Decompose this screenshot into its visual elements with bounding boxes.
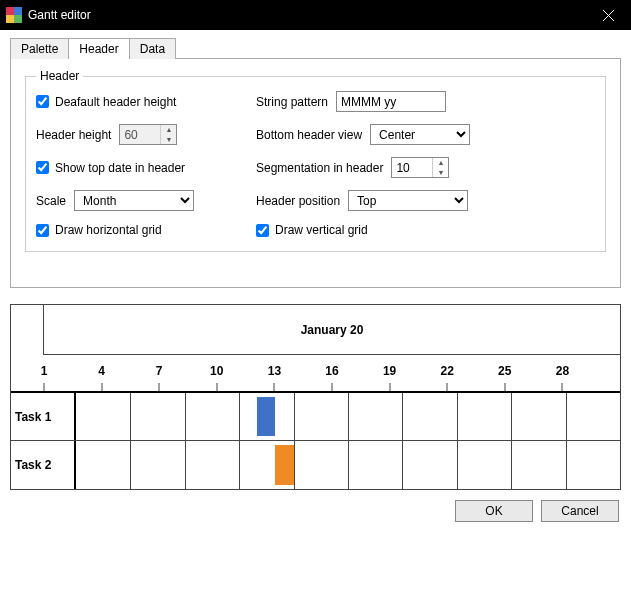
gantt-gridline [294,393,295,440]
gantt-gridline [130,393,131,440]
string-pattern-input[interactable] [336,91,446,112]
spinner-down-icon[interactable]: ▼ [433,168,448,178]
gantt-day-label: 28 [556,364,569,378]
gantt-day-tick [447,383,448,391]
gantt-day-tick [504,383,505,391]
tab-panel-header: Header Deafault header height String pat… [10,58,621,288]
gantt-gridline [185,393,186,440]
gantt-day-tick [389,383,390,391]
gantt-row-track [76,393,620,440]
gantt-corner [11,305,44,355]
gantt-gridline [457,393,458,440]
close-button[interactable] [586,0,631,30]
header-position-select[interactable]: Top [348,190,468,211]
draw-horizontal-grid-checkbox[interactable]: Draw horizontal grid [36,223,162,237]
gantt-day-label: 4 [98,364,105,378]
default-header-height-checkbox[interactable]: Deafault header height [36,95,176,109]
gantt-row-track [76,441,620,489]
gantt-day-label: 10 [210,364,223,378]
show-top-date-label: Show top date in header [55,161,185,175]
scale-label: Scale [36,194,66,208]
ok-button[interactable]: OK [455,500,533,522]
app-icon [6,7,22,23]
gantt-day-label: 22 [441,364,454,378]
show-top-date-checkbox[interactable]: Show top date in header [36,161,185,175]
gantt-day-label: 7 [156,364,163,378]
gantt-bar[interactable] [257,397,275,436]
gantt-gridline [402,441,403,489]
gantt-days-axis: 14710131619222528 [44,355,620,391]
header-height-spinner[interactable]: ▲▼ [119,124,177,145]
header-fieldset: Header Deafault header height String pat… [25,69,606,252]
gantt-gridline [566,393,567,440]
gantt-bar[interactable] [275,445,293,485]
gantt-row: Task 1 [11,393,620,441]
gantt-day-label: 16 [325,364,338,378]
cancel-button[interactable]: Cancel [541,500,619,522]
gantt-day-tick [216,383,217,391]
gantt-day-tick [332,383,333,391]
default-header-height-label: Deafault header height [55,95,176,109]
segmentation-label: Segmentation in header [256,161,383,175]
gantt-day-tick [101,383,102,391]
gantt-gridline [348,441,349,489]
spinner-up-icon[interactable]: ▲ [433,158,448,168]
gantt-gridline [457,441,458,489]
window-title: Gantt editor [28,8,586,22]
header-height-label: Header height [36,128,111,142]
tab-strip: Palette Header Data [10,38,621,59]
gantt-gridline [130,441,131,489]
gantt-gridline [239,441,240,489]
gantt-chart: January 20 14710131619222528 Task 1 Task… [10,304,621,490]
gantt-day-tick [159,383,160,391]
gantt-gridline [511,441,512,489]
gantt-gridline [185,441,186,489]
dialog-buttons: OK Cancel [10,490,621,522]
gantt-day-tick [562,383,563,391]
spinner-down-icon[interactable]: ▼ [161,135,176,145]
header-position-label: Header position [256,194,340,208]
gantt-day-label: 19 [383,364,396,378]
gantt-body: Task 1 Task 2 [11,391,620,489]
gantt-day-label: 13 [268,364,281,378]
gantt-day-tick [44,383,45,391]
titlebar: Gantt editor [0,0,631,30]
tab-data[interactable]: Data [129,38,176,59]
string-pattern-label: String pattern [256,95,328,109]
segmentation-spinner[interactable]: ▲▼ [391,157,449,178]
gantt-row-label: Task 1 [11,393,76,440]
tab-header[interactable]: Header [68,38,129,59]
gantt-gridline [566,441,567,489]
gantt-row: Task 2 [11,441,620,489]
draw-vertical-grid-checkbox[interactable]: Draw vertical grid [256,223,368,237]
bottom-header-view-select[interactable]: Center [370,124,470,145]
draw-horizontal-grid-label: Draw horizontal grid [55,223,162,237]
gantt-day-label: 25 [498,364,511,378]
close-icon [603,10,614,21]
header-height-value [120,125,160,144]
gantt-header: January 20 [11,305,620,355]
gantt-day-label: 1 [41,364,48,378]
segmentation-value[interactable] [392,158,432,177]
gantt-gridline [239,393,240,440]
gantt-days-row: 14710131619222528 [11,355,620,391]
gantt-row-label: Task 2 [11,441,76,489]
bottom-header-view-label: Bottom header view [256,128,362,142]
spinner-up-icon[interactable]: ▲ [161,125,176,135]
fieldset-legend: Header [36,69,83,83]
gantt-title: January 20 [44,305,620,355]
gantt-gridline [348,393,349,440]
tab-palette[interactable]: Palette [10,38,69,59]
gantt-gridline [294,441,295,489]
gantt-day-tick [274,383,275,391]
scale-select[interactable]: Month [74,190,194,211]
gantt-gridline [511,393,512,440]
gantt-gridline [402,393,403,440]
draw-vertical-grid-label: Draw vertical grid [275,223,368,237]
